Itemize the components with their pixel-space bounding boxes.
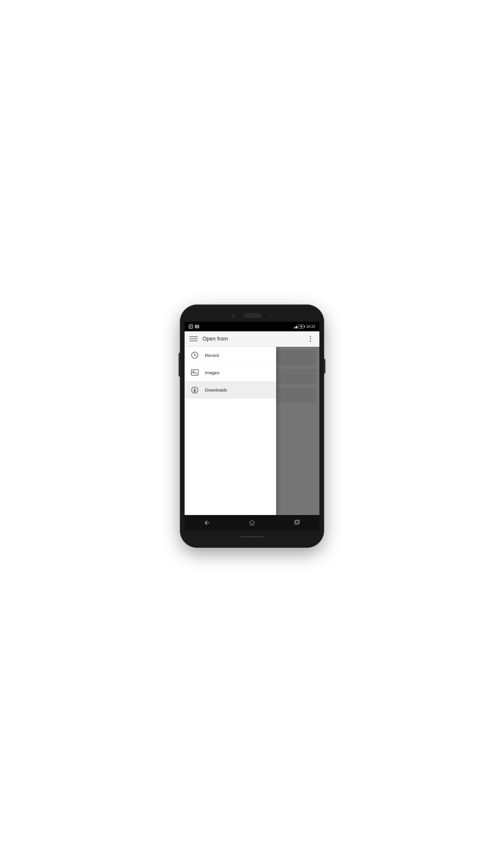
drawer-item-recent[interactable]: Recent (185, 347, 276, 364)
phone-bottom-bar (185, 530, 319, 543)
image-icon (190, 368, 199, 377)
screen-content: Open from s (1).pdf s (185, 331, 319, 530)
toolbar-title: Open from (202, 336, 306, 342)
svg-line-15 (195, 356, 196, 356)
drawer-item-recent-label: Recent (205, 353, 219, 358)
back-button[interactable] (201, 517, 213, 529)
status-bar: 10:22 (185, 322, 319, 331)
hamburger-menu-button[interactable] (190, 334, 198, 343)
drawer-item-images-label: Images (205, 370, 219, 375)
status-icons-right: 10:22 (292, 324, 315, 329)
drawer-item-downloads[interactable]: Downloads (185, 381, 276, 399)
drawer-item-images[interactable]: Images (185, 364, 276, 381)
drawer-item-downloads-label: Downloads (205, 387, 227, 393)
svg-rect-12 (304, 326, 305, 327)
home-button[interactable] (246, 517, 258, 529)
sensor-dot (270, 314, 272, 317)
notification-icon-1 (189, 324, 193, 329)
navigation-bar (185, 515, 319, 530)
svg-rect-20 (295, 521, 299, 524)
phone-inner: 10:22 Open from (185, 309, 319, 543)
svg-rect-21 (295, 520, 300, 523)
speaker-grille (244, 313, 261, 318)
screen: 10:22 Open from (185, 322, 319, 530)
svg-rect-4 (195, 325, 196, 328)
signal-icon (292, 325, 297, 328)
front-camera (232, 314, 235, 317)
app-toolbar: Open from (185, 331, 319, 347)
svg-rect-8 (199, 325, 199, 328)
clock-icon (190, 350, 199, 360)
navigation-drawer: Recent (185, 347, 276, 515)
download-icon (190, 385, 199, 395)
status-icons-left (189, 324, 199, 329)
overflow-menu-button[interactable] (306, 334, 314, 343)
notification-icon-2 (195, 324, 199, 329)
svg-rect-6 (197, 325, 197, 328)
recents-button[interactable] (291, 517, 303, 529)
phone-top-bar (185, 309, 319, 322)
phone-device: 10:22 Open from (180, 305, 324, 547)
svg-rect-7 (198, 325, 198, 328)
clock-time: 10:22 (306, 324, 315, 329)
home-indicator (240, 536, 264, 538)
svg-rect-5 (196, 325, 196, 328)
drawer-overlay: Recent (185, 347, 319, 515)
battery-icon (299, 325, 305, 328)
